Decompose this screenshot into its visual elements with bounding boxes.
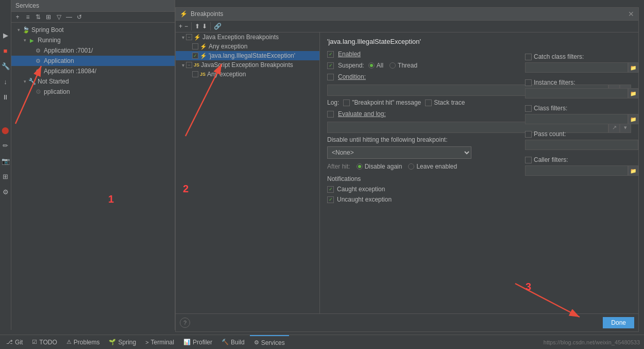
instance-input[interactable]: [525, 88, 628, 98]
tree-arrow-not-started[interactable]: ▾: [22, 78, 28, 85]
dialog-remove-btn[interactable]: −: [184, 23, 188, 30]
suspend-radio-group: All Thread: [368, 62, 417, 69]
right-filters-pane: Catch class filters: 📁 Instance filters:: [525, 53, 638, 182]
tree-arrow-running[interactable]: ▾: [22, 37, 28, 43]
bp-any-exc-checkbox[interactable]: [192, 43, 198, 49]
sidebar-stop-icon[interactable]: ■: [2, 46, 10, 55]
caller-checkbox[interactable]: [525, 157, 532, 163]
catch-class-input[interactable]: [525, 62, 628, 73]
breakpoint-hit-group[interactable]: Log: "Breakpoint hit" message: [343, 99, 421, 106]
help-button[interactable]: ?: [180, 318, 190, 328]
sidebar-settings-icon[interactable]: ⚙: [2, 188, 10, 196]
tree-item-not-started[interactable]: ▾ 🔧 Not Started: [11, 76, 175, 87]
sidebar-pause-icon[interactable]: ⏸: [2, 93, 10, 101]
radio-all[interactable]: All: [368, 62, 383, 69]
dialog-import-btn[interactable]: ⬇: [202, 23, 207, 30]
sidebar-step-icon[interactable]: ↓: [2, 77, 10, 86]
tree-arrow-spring-boot[interactable]: ▾: [15, 27, 22, 33]
tree-item-app3[interactable]: ⚙ Application :18084/: [11, 66, 175, 76]
caller-input[interactable]: [525, 165, 628, 176]
bp-js-exc-checkbox[interactable]: −: [186, 62, 192, 68]
uncaught-exc-row[interactable]: ✓ Uncaught exception: [327, 196, 631, 203]
radio-leave-enabled-circle[interactable]: [408, 163, 414, 170]
dialog-link-btn[interactable]: 🔗: [214, 23, 222, 30]
sidebar-run-icon[interactable]: ▶: [2, 31, 10, 39]
instance-browse-btn[interactable]: 📁: [628, 88, 638, 98]
breakpoints-list-pane: ▾ − ⚡ Java Exception Breakpoints ⚡ Any e…: [176, 32, 320, 313]
bp-java-exc-checkbox[interactable]: −: [186, 34, 192, 40]
dialog-add-btn[interactable]: +: [179, 23, 182, 30]
condition-checkbox[interactable]: [327, 74, 334, 80]
bp-js-exc-group[interactable]: ▾ − JS JavaScript Exception Breakpoints: [176, 60, 319, 70]
dialog-close-btn[interactable]: ✕: [628, 10, 634, 18]
uncaught-exc-checkbox[interactable]: ✓: [327, 196, 334, 203]
bottom-tab-build[interactable]: 🔨 Build: [217, 335, 249, 349]
class-checkbox[interactable]: [525, 105, 532, 112]
bottom-tab-problems[interactable]: ⚠ Problems: [62, 335, 104, 349]
caught-exc-row[interactable]: ✓ Caught exception: [327, 186, 631, 193]
sidebar-grid-icon[interactable]: ⊞: [2, 172, 10, 180]
class-browse-btn[interactable]: 📁: [628, 114, 638, 124]
pass-count-input[interactable]: [525, 140, 638, 150]
tree-item-app2[interactable]: ⚙ Application: [11, 56, 175, 66]
radio-thread[interactable]: Thread: [389, 62, 417, 69]
stack-trace-group[interactable]: Stack trace: [425, 99, 465, 106]
bp-js-exc-arrow[interactable]: ▾: [180, 62, 186, 68]
services-list-btn[interactable]: ≡: [24, 13, 32, 21]
sidebar-wrench-icon[interactable]: 🔧: [2, 62, 10, 70]
sidebar-breakpoint-icon[interactable]: ⬤: [2, 126, 10, 134]
tree-item-running[interactable]: ▾ ▶ Running: [11, 35, 175, 45]
services-collapse-btn[interactable]: —: [65, 13, 73, 21]
caller-input-row: 📁: [525, 165, 638, 176]
done-button[interactable]: Done: [603, 317, 634, 328]
bottom-tab-git[interactable]: ⎇ Git: [2, 335, 27, 349]
radio-all-circle[interactable]: [368, 62, 375, 69]
class-input[interactable]: [525, 114, 628, 124]
services-sort-btn[interactable]: ⇅: [34, 13, 42, 21]
bp-java-exc-group[interactable]: ▾ − ⚡ Java Exception Breakpoints: [176, 32, 319, 42]
bp-js-any[interactable]: JS Any exception: [176, 70, 319, 79]
catch-class-browse-btn[interactable]: 📁: [628, 62, 638, 73]
sidebar-edit-icon[interactable]: ✏: [2, 141, 10, 149]
tree-item-spring-boot[interactable]: ▾ 🍃 Spring Boot: [11, 25, 175, 35]
bp-java-exc-arrow[interactable]: ▾: [180, 34, 186, 40]
breakpoint-hit-checkbox[interactable]: [343, 99, 350, 106]
radio-thread-circle[interactable]: [389, 62, 396, 69]
bp-js-any-checkbox[interactable]: [192, 71, 198, 77]
caught-exc-label: Caught exception: [337, 186, 385, 193]
tree-item-app4[interactable]: ⚙ pplication: [11, 87, 175, 97]
services-refresh-btn[interactable]: ↺: [75, 13, 83, 21]
stack-trace-checkbox[interactable]: [425, 99, 432, 106]
js-icon-any: JS: [200, 72, 206, 77]
uncaught-exc-label: Uncaught exception: [337, 196, 392, 203]
enabled-checkbox[interactable]: ✓: [327, 51, 334, 58]
breakpoints-icon: ⚡: [180, 10, 188, 18]
services-add-btn[interactable]: +: [13, 13, 22, 21]
radio-disable-again[interactable]: Disable again: [357, 163, 402, 170]
dialog-export-btn[interactable]: ⬆: [195, 23, 200, 30]
caller-browse-btn[interactable]: 📁: [628, 165, 638, 176]
bottom-tab-todo[interactable]: ☑ TODO: [28, 335, 61, 349]
services-filter-btn[interactable]: ▽: [55, 13, 63, 21]
bp-any-exc[interactable]: ⚡ Any exception: [176, 42, 319, 51]
bp-illegal-state-checkbox[interactable]: ✓: [192, 53, 198, 59]
tree-item-app1[interactable]: ⚙ Application :7001/: [11, 45, 175, 56]
bottom-tab-profiler[interactable]: 📊 Profiler: [179, 335, 216, 349]
evaluate-checkbox[interactable]: [327, 111, 334, 118]
pass-count-checkbox[interactable]: [525, 131, 532, 138]
bottom-tab-terminal[interactable]: > Terminal: [141, 335, 178, 349]
bottom-tab-services[interactable]: ⚙ Services: [250, 335, 289, 349]
bp-illegal-state[interactable]: ✓ ⚡ 'java.lang.IllegalStateException': [176, 51, 319, 60]
instance-checkbox[interactable]: [525, 79, 532, 86]
sidebar-camera-icon[interactable]: 📷: [2, 157, 10, 165]
none-select[interactable]: <None>: [327, 146, 471, 159]
suspend-checkbox[interactable]: ✓: [327, 62, 334, 69]
catch-class-filter-label: Catch class filters:: [525, 53, 638, 60]
bottom-tab-spring[interactable]: 🌱 Spring: [105, 335, 140, 349]
pass-count-text: Pass count:: [534, 130, 566, 138]
catch-class-checkbox[interactable]: [525, 54, 532, 60]
radio-disable-again-circle[interactable]: [357, 163, 363, 170]
caught-exc-checkbox[interactable]: ✓: [327, 186, 334, 193]
services-group-btn[interactable]: ⊞: [44, 13, 53, 21]
radio-leave-enabled[interactable]: Leave enabled: [408, 163, 457, 170]
